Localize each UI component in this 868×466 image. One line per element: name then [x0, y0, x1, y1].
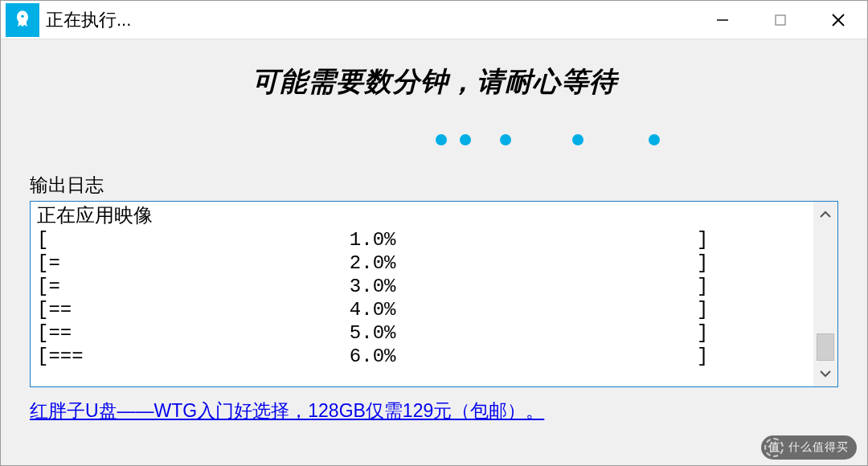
close-button[interactable]	[809, 1, 867, 39]
window-controls	[694, 1, 867, 39]
titlebar: 正在执行...	[1, 1, 867, 39]
close-icon	[830, 12, 846, 28]
scroll-thumb[interactable]	[817, 333, 834, 361]
progress-dots	[30, 123, 838, 155]
minimize-icon	[715, 13, 730, 27]
progress-dot	[500, 134, 511, 145]
log-label: 输出日志	[30, 173, 838, 198]
app-icon	[6, 3, 39, 37]
log-output-text[interactable]: 正在应用映像 [ 1.0% ] [= 2.0% ] [= 3.0% ] [==	[31, 202, 813, 386]
progress-dot	[460, 134, 471, 145]
chevron-up-icon	[819, 211, 832, 219]
window-title: 正在执行...	[46, 8, 694, 32]
progress-dot	[649, 134, 660, 145]
scroll-track[interactable]	[813, 224, 837, 364]
progress-dot	[572, 134, 583, 145]
maximize-icon	[774, 14, 787, 27]
progress-dot	[436, 134, 447, 145]
svg-rect-2	[776, 15, 785, 25]
watermark: 值 什么值得买	[761, 435, 857, 460]
chevron-down-icon	[819, 370, 832, 378]
log-output-box: 正在应用映像 [ 1.0% ] [= 2.0% ] [= 3.0% ] [==	[30, 201, 838, 387]
watermark-badge-icon: 值	[764, 438, 784, 457]
maximize-button[interactable]	[751, 1, 809, 39]
rocket-icon	[11, 9, 34, 31]
patience-heading: 可能需要数分钟，请耐心等待	[30, 63, 838, 100]
watermark-text: 什么值得买	[788, 440, 849, 455]
promo-link[interactable]: 红胖子U盘——WTG入门好选择，128GB仅需129元（包邮）。	[30, 399, 544, 423]
log-scrollbar[interactable]	[813, 202, 837, 386]
scroll-down-button[interactable]	[813, 364, 837, 383]
minimize-button[interactable]	[694, 1, 751, 39]
svg-point-0	[21, 14, 24, 17]
scroll-up-button[interactable]	[813, 205, 837, 224]
